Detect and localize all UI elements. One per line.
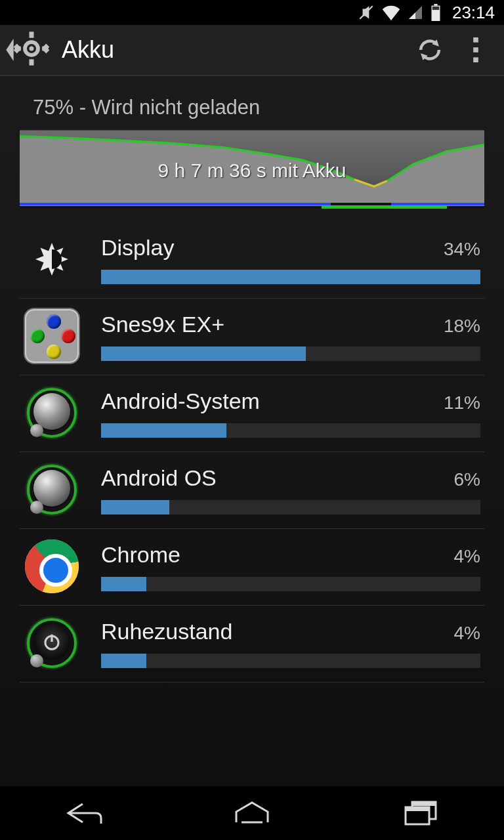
- battery-item-1[interactable]: Snes9x EX+18%: [20, 299, 484, 375]
- svg-rect-3: [432, 7, 439, 10]
- item-name: Android-System: [101, 388, 437, 414]
- svg-rect-17: [473, 57, 478, 62]
- item-percent: 34%: [444, 239, 480, 260]
- svg-rect-16: [473, 47, 478, 52]
- battery-usage-list: Display34%Snes9x EX+18%Android-System11%…: [20, 222, 484, 682]
- svg-rect-5: [30, 32, 34, 37]
- battery-item-0[interactable]: Display34%: [20, 222, 484, 299]
- app-bar: Akku: [0, 25, 504, 76]
- mute-icon: [358, 4, 375, 21]
- content: 75% - Wird nicht geladen 9 h 7 m 36 s mi…: [0, 76, 504, 786]
- item-name: Display: [101, 235, 437, 261]
- chart-tracks: [20, 203, 484, 209]
- svg-line-0: [360, 6, 373, 19]
- android-icon: [24, 385, 80, 441]
- status-clock: 23:14: [452, 3, 495, 23]
- item-name: Ruhezustand: [101, 619, 448, 644]
- nav-recent-button[interactable]: [381, 786, 459, 840]
- chrome-icon: [24, 538, 80, 595]
- settings-gear-icon: [13, 30, 50, 70]
- item-name: Snes9x EX+: [101, 312, 437, 337]
- svg-rect-15: [473, 37, 478, 43]
- item-name: Chrome: [101, 542, 448, 568]
- navigation-bar: [0, 786, 504, 840]
- item-bar: [101, 346, 480, 361]
- svg-point-14: [30, 47, 34, 51]
- back-button[interactable]: [1, 25, 52, 75]
- battery-chart[interactable]: 9 h 7 m 36 s mit Akku: [20, 130, 484, 207]
- brightness-icon: [24, 231, 80, 287]
- wifi-icon: [381, 5, 401, 20]
- battery-summary: 75% - Wird nicht geladen: [0, 76, 504, 130]
- status-bar: 23:14: [0, 0, 504, 25]
- nav-home-button[interactable]: [213, 786, 291, 840]
- item-percent: 4%: [454, 546, 480, 567]
- nav-back-button[interactable]: [45, 786, 123, 840]
- item-percent: 4%: [454, 623, 480, 644]
- power-icon: [24, 615, 80, 671]
- cell-signal-icon: [408, 5, 423, 20]
- item-name: Android OS: [101, 465, 448, 491]
- item-bar: [101, 654, 480, 668]
- item-bar: [101, 577, 480, 591]
- svg-rect-22: [412, 802, 436, 806]
- battery-icon: [430, 4, 442, 21]
- item-percent: 11%: [444, 392, 480, 413]
- android-icon: [24, 461, 80, 518]
- item-percent: 18%: [444, 316, 480, 337]
- chart-label: 9 h 7 m 36 s mit Akku: [20, 159, 484, 182]
- svg-rect-6: [30, 59, 34, 65]
- overflow-menu-button[interactable]: [453, 25, 499, 75]
- item-bar: [101, 500, 480, 514]
- item-percent: 6%: [454, 469, 480, 490]
- battery-item-5[interactable]: Ruhezustand4%: [20, 606, 484, 682]
- battery-item-2[interactable]: Android-System11%: [20, 375, 484, 452]
- item-bar: [101, 423, 480, 438]
- snes-icon: [24, 308, 80, 364]
- svg-rect-24: [406, 807, 429, 811]
- page-title: Akku: [62, 36, 407, 64]
- battery-item-3[interactable]: Android OS6%: [20, 452, 484, 529]
- refresh-button[interactable]: [407, 25, 453, 75]
- battery-item-4[interactable]: Chrome4%: [20, 529, 484, 606]
- svg-rect-1: [434, 4, 437, 6]
- item-bar: [101, 270, 480, 284]
